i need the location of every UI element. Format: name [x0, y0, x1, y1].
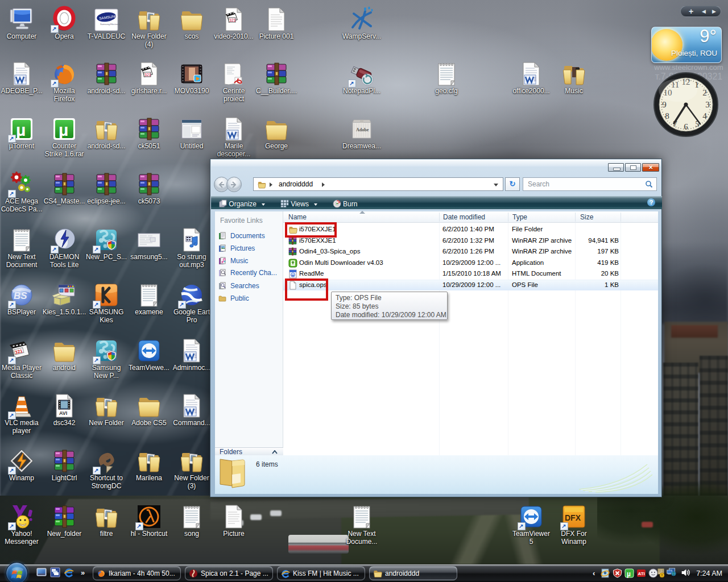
- svg-text:w: w: [291, 273, 295, 277]
- svg-text:4: 4: [702, 111, 707, 120]
- svg-text:ATI: ATI: [638, 571, 645, 576]
- svg-text:µ: µ: [627, 570, 631, 578]
- svg-text:6: 6: [684, 122, 688, 131]
